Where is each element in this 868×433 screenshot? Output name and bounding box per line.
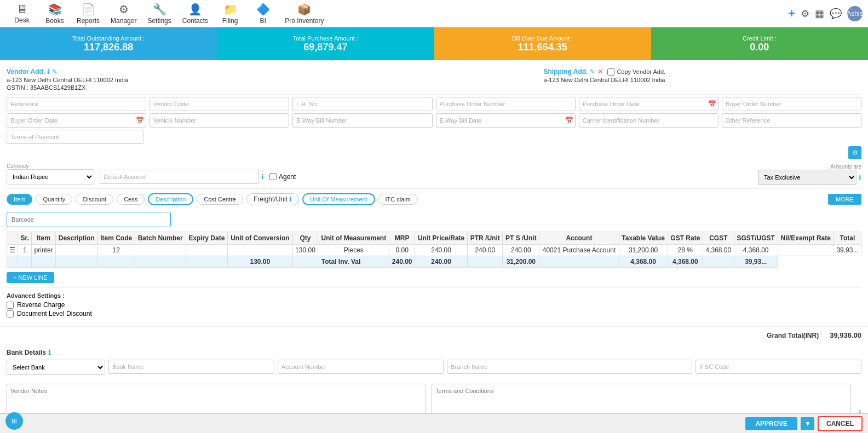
nav-item-pro-inventory[interactable]: 📦 Pro Inventory bbox=[279, 1, 329, 27]
vendor-code-input[interactable] bbox=[150, 97, 289, 111]
carrier-id-input[interactable] bbox=[579, 113, 718, 128]
terms-payment-input[interactable] bbox=[7, 130, 143, 144]
cell-item[interactable]: printer bbox=[32, 245, 56, 256]
barcode-row bbox=[7, 210, 861, 229]
form-settings-gear-button[interactable]: ⚙ bbox=[848, 146, 861, 159]
default-account-input[interactable] bbox=[100, 170, 259, 184]
tab-item[interactable]: Item bbox=[7, 194, 32, 205]
terms-textarea[interactable] bbox=[432, 384, 851, 417]
buyer-order-number-input[interactable] bbox=[722, 97, 861, 111]
purchase-order-date-wrapper: 📅 bbox=[579, 97, 718, 111]
shipping-add-label[interactable]: Shipping Add. bbox=[544, 68, 588, 76]
nav-item-manager[interactable]: ⚙ Manager bbox=[105, 1, 142, 27]
card-overdue: Bill Over Due Amount : 111,664.35 bbox=[434, 27, 651, 60]
default-account-wrapper: ℹ bbox=[100, 170, 264, 184]
vehicle-number-wrapper bbox=[150, 113, 289, 128]
buyer-order-date-wrapper: 📅 bbox=[7, 113, 146, 128]
cell-batch bbox=[135, 245, 186, 256]
shipping-delete-icon[interactable]: ✕ bbox=[597, 68, 603, 76]
eway-bill-date-input[interactable] bbox=[436, 113, 576, 128]
currency-select[interactable]: Indian Rupee bbox=[7, 169, 94, 184]
amounts-are-select[interactable]: Tax Exclusive bbox=[758, 170, 856, 185]
purchase-order-number-input[interactable] bbox=[436, 97, 576, 111]
tab-cost-centre[interactable]: Cost Centre bbox=[197, 194, 243, 205]
nav-item-desk[interactable]: 🖥 Desk bbox=[5, 1, 38, 26]
tab-discount[interactable]: Discount bbox=[76, 194, 113, 205]
branch-name-input[interactable] bbox=[447, 360, 692, 374]
purchase-order-date-calendar-icon[interactable]: 📅 bbox=[708, 100, 716, 108]
nav-item-bi[interactable]: 🔷 BI bbox=[246, 1, 279, 27]
nav-item-books[interactable]: 📚 Books bbox=[38, 1, 71, 27]
cell-menu[interactable]: ☰ bbox=[7, 245, 18, 256]
barcode-input[interactable] bbox=[7, 212, 171, 227]
avatar[interactable]: Ashis bbox=[847, 6, 863, 21]
eway-bill-date-calendar-icon[interactable]: 📅 bbox=[565, 117, 573, 124]
col-uom: Unit of Measurement bbox=[318, 232, 389, 245]
nav-item-settings[interactable]: 🔧 Settings bbox=[142, 1, 176, 27]
vendor-edit-icon[interactable]: ✎ bbox=[52, 68, 58, 76]
address-row: Vendor Add. ℹ ✎ a-123 New Delhi Central … bbox=[7, 65, 861, 92]
account-number-input[interactable] bbox=[278, 360, 444, 374]
tab-freight-unit[interactable]: Freight/Unit ℹ bbox=[246, 193, 299, 205]
agent-checkbox[interactable] bbox=[269, 173, 277, 180]
other-reference-input[interactable] bbox=[722, 113, 861, 128]
approve-dropdown-button[interactable]: ▼ bbox=[801, 417, 814, 430]
tab-uom[interactable]: Unit Of Measurement bbox=[302, 193, 375, 205]
total-pts: 240.00 bbox=[415, 256, 467, 268]
copy-vendor-checkbox[interactable] bbox=[607, 68, 614, 76]
lr-no-input[interactable] bbox=[292, 97, 432, 111]
bank-name-input[interactable] bbox=[108, 360, 274, 374]
cancel-button[interactable]: CANCEL bbox=[818, 416, 863, 431]
tab-description[interactable]: Description bbox=[148, 193, 193, 205]
apps-button[interactable]: ⊞ bbox=[5, 412, 23, 430]
buyer-order-date-input[interactable] bbox=[7, 113, 146, 128]
form-settings: ⚙ bbox=[7, 146, 861, 159]
reverse-charge-checkbox[interactable] bbox=[7, 302, 14, 309]
col-account: Account bbox=[539, 232, 619, 245]
cell-description bbox=[56, 245, 97, 256]
tab-cess[interactable]: Cess bbox=[117, 194, 145, 205]
approve-button[interactable]: APPROVE bbox=[745, 417, 797, 430]
new-line-button[interactable]: + NEW LINE bbox=[7, 272, 54, 283]
bank-info-icon[interactable]: ℹ bbox=[48, 349, 51, 356]
select-bank-dropdown[interactable]: Select Bank bbox=[7, 360, 105, 375]
vendor-add-label[interactable]: Vendor Add. bbox=[7, 68, 45, 76]
default-account-info-icon[interactable]: ℹ bbox=[261, 173, 264, 181]
more-button[interactable]: MORE bbox=[828, 194, 861, 205]
purchase-order-date-input[interactable] bbox=[579, 97, 718, 111]
vendor-code-wrapper bbox=[150, 97, 289, 111]
col-pts: PT S /Unit bbox=[503, 232, 539, 245]
vendor-notes-textarea[interactable] bbox=[7, 384, 426, 417]
vendor-info-icon[interactable]: ℹ bbox=[47, 68, 50, 76]
reference-input[interactable] bbox=[7, 97, 146, 111]
col-qty: Qty bbox=[292, 232, 318, 245]
nav-item-reports[interactable]: 📄 Reports bbox=[71, 1, 105, 27]
freight-info-icon[interactable]: ℹ bbox=[289, 195, 292, 203]
carrier-id-wrapper bbox=[579, 113, 718, 128]
ifsc-code-input[interactable] bbox=[695, 360, 861, 374]
settings-gear-icon[interactable]: ⚙ bbox=[801, 8, 809, 20]
grid-icon[interactable]: ▦ bbox=[815, 8, 824, 20]
table-header-row: Sr. Item Description Item Code Batch Num… bbox=[7, 232, 861, 245]
chat-icon[interactable]: 💬 bbox=[830, 8, 842, 20]
books-icon: 📚 bbox=[48, 3, 62, 16]
tab-itc-claim[interactable]: ITC claim bbox=[378, 194, 418, 205]
buyer-order-date-calendar-icon[interactable]: 📅 bbox=[136, 117, 144, 124]
document-level-discount-checkbox[interactable] bbox=[7, 310, 14, 317]
cell-gst-rate: 28 % bbox=[668, 245, 703, 256]
desk-icon: 🖥 bbox=[16, 3, 27, 15]
tab-quantity[interactable]: Quantity bbox=[36, 194, 72, 205]
shipping-edit-icon[interactable]: ✎ bbox=[590, 68, 595, 76]
eway-bill-number-input[interactable] bbox=[292, 113, 432, 128]
manager-icon: ⚙ bbox=[119, 3, 129, 16]
document-level-discount-row: Document Level Discount bbox=[7, 310, 861, 317]
add-button[interactable]: + bbox=[788, 7, 795, 21]
vehicle-number-input[interactable] bbox=[150, 113, 289, 128]
amounts-are-info-icon[interactable]: ℹ bbox=[859, 174, 861, 181]
cell-unit-price: 240.00 bbox=[415, 245, 467, 256]
col-expiry: Expiry Date bbox=[186, 232, 227, 245]
table-row[interactable]: ☰ 1 printer 12 130.00 Pieces 0.00 240.00… bbox=[7, 245, 861, 256]
col-ptr: PTR /Unit bbox=[468, 232, 503, 245]
nav-item-contacts[interactable]: 👤 Contacts bbox=[177, 1, 214, 27]
nav-item-filing[interactable]: 📁 Filing bbox=[214, 1, 246, 27]
